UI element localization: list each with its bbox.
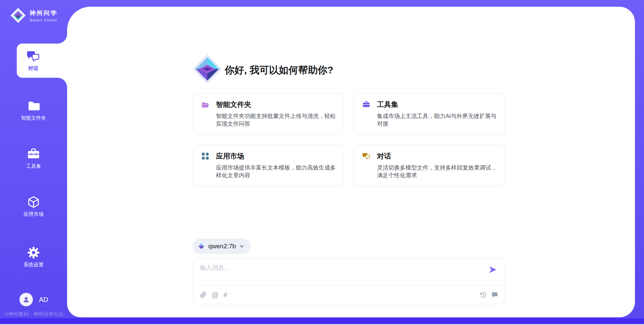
sidebar-item-settings[interactable]: 系统设置 [0, 246, 67, 268]
brand-logo-icon [10, 7, 26, 23]
card-description: 灵活切换多模型文件，支持多样回复效果调试，满足个性化需求 [377, 164, 497, 179]
topic-icon[interactable]: # [223, 291, 227, 298]
greeting-title: 你好, 我可以如何帮助你? [225, 64, 333, 77]
mention-icon[interactable]: @ [212, 291, 218, 298]
sidebar-item-chat[interactable]: 对话 [17, 44, 67, 78]
send-icon[interactable] [488, 265, 497, 274]
cube-icon [27, 195, 40, 209]
sidebar-item-smart-folder[interactable]: 智能文件夹 [0, 99, 67, 121]
message-composer: @ # [193, 258, 505, 304]
model-name: qwen2:7b [208, 243, 236, 250]
chevron-down-icon [239, 244, 245, 249]
card-description: 智能文件夹功能支持批量文件上传与清洗，轻松实现文件问答 [216, 112, 336, 128]
folder-icon [27, 99, 40, 113]
chat-icon [362, 152, 370, 160]
chat-icon [26, 50, 40, 63]
model-logo-icon [198, 243, 205, 250]
card-description: 集成市场上主流工具，助力AI与外界无缝扩展与对接 [377, 112, 497, 128]
card-title: 对话 [377, 151, 391, 161]
model-selector[interactable]: qwen2:7b [193, 239, 251, 254]
feedback-chat-icon[interactable] [491, 291, 498, 298]
sidebar: 神州问学 Smart Vision 对话 智能文件夹 [0, 0, 67, 325]
composer-toolbar: @ # [200, 285, 498, 304]
gear-icon [27, 246, 40, 259]
sidebar-item-label: 对话 [28, 65, 38, 72]
sidebar-item-label: 工具集 [26, 163, 41, 170]
brand-name: 神州问学 [30, 9, 58, 17]
toolbox-icon [27, 147, 40, 161]
grid-icon [201, 152, 209, 160]
card-smart-folder[interactable]: 智能文件夹 智能文件夹功能支持批量文件上传与清洗，轻松实现文件问答 [193, 93, 344, 135]
card-toolbox[interactable]: 工具集 集成市场上主流工具，助力AI与外界无缝扩展与对接 [354, 93, 505, 135]
hero-logo-icon [192, 54, 223, 84]
card-app-market[interactable]: 应用市场 应用市场提供丰富长文本模板，助力高效生成多样化文章内容 [193, 145, 344, 186]
feature-cards: 智能文件夹 智能文件夹功能支持批量文件上传与清洗，轻松实现文件问答 工具 [193, 93, 505, 186]
sidebar-item-toolbox[interactable]: 工具集 [0, 147, 67, 170]
folder-open-icon [201, 101, 209, 109]
bottom-strip [0, 318, 644, 324]
sidebar-item-app-market[interactable]: 应用市场 [0, 195, 67, 217]
avatar [19, 293, 33, 306]
brand: 神州问学 Smart Vision [10, 7, 58, 23]
brand-subtitle: Smart Vision [30, 18, 58, 22]
attachment-icon[interactable] [200, 291, 207, 298]
card-description: 应用市场提供丰富长文本模板，助力高效生成多样化文章内容 [216, 164, 336, 179]
app-window: 神州问学 Smart Vision 对话 智能文件夹 [0, 0, 644, 325]
user-profile[interactable]: AD [19, 293, 48, 306]
message-input[interactable] [200, 264, 482, 282]
user-name: AD [39, 296, 48, 304]
card-title: 应用市场 [216, 151, 244, 161]
main-content: 你好, 我可以如何帮助你? 智能文件夹 智能文件夹功能支持批量文件上传与清洗，轻… [67, 7, 635, 317]
card-title: 工具集 [377, 100, 398, 109]
history-icon[interactable] [480, 291, 487, 298]
sidebar-item-label: 系统设置 [23, 262, 44, 268]
sidebar-item-label: 应用市场 [23, 211, 44, 217]
card-chat[interactable]: 对话 灵活切换多模型文件，支持多样回复效果调试，满足个性化需求 [354, 145, 505, 186]
toolbox-icon [362, 101, 370, 109]
card-title: 智能文件夹 [216, 100, 251, 109]
person-icon [22, 296, 30, 304]
copyright-text: ©神州数码 · 神州问学出品 [5, 311, 64, 317]
sidebar-item-label: 智能文件夹 [21, 115, 46, 121]
